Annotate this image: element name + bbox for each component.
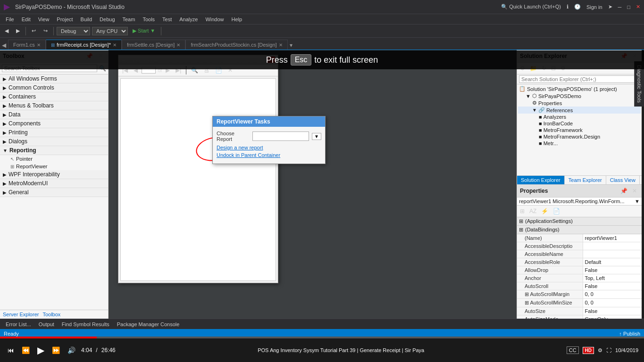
prop-value[interactable]: Default: [583, 258, 642, 266]
props-category-btn[interactable]: ⊞: [518, 206, 527, 216]
toolbox-group-menus-toolbars[interactable]: ▶ Menus & Toolbars: [0, 101, 108, 110]
menu-analyze[interactable]: Analyze: [176, 16, 201, 23]
props-property-pages-btn[interactable]: 📄: [551, 206, 562, 216]
props-events-btn[interactable]: ⚡: [539, 206, 550, 216]
server-explorer-link[interactable]: Server Explorer: [3, 312, 39, 317]
menu-window[interactable]: Window: [201, 16, 227, 23]
prop-value[interactable]: Top, Left: [583, 274, 642, 282]
tab-frmreceipt-close[interactable]: ✕: [113, 42, 117, 48]
info-icon[interactable]: ℹ: [567, 4, 569, 10]
debug-mode-select[interactable]: Debug Release: [57, 27, 90, 35]
menu-team[interactable]: Team: [119, 16, 139, 23]
se-solution-item[interactable]: 📋 Solution 'SirPayaPOSDemo' (1 project): [518, 85, 641, 92]
video-forward-btn[interactable]: ⏩: [50, 346, 62, 355]
prop-value[interactable]: False: [583, 282, 642, 290]
menu-view[interactable]: View: [34, 16, 53, 23]
toolbox-group-printing[interactable]: ▶ Printing: [0, 128, 108, 137]
menu-test[interactable]: Test: [159, 16, 176, 23]
se-ironbarcode-item[interactable]: ■ IronBarCode: [518, 120, 641, 127]
forward-icon[interactable]: ➤: [608, 4, 612, 10]
se-metroframework-item[interactable]: ■ MetroFramework: [518, 127, 641, 133]
se-metroframework-design-item[interactable]: ■ MetroFramework.Design: [518, 133, 641, 140]
menu-edit[interactable]: Edit: [18, 16, 34, 23]
video-progress-container[interactable]: [0, 337, 644, 338]
bottom-tab-output[interactable]: Output: [35, 321, 58, 328]
toolbox-group-general[interactable]: ▶ General: [0, 188, 108, 197]
menu-build[interactable]: Build: [77, 16, 96, 23]
publish-btn[interactable]: ↑ Publish: [619, 331, 640, 337]
menu-file[interactable]: File: [2, 16, 18, 23]
toolbar-redo-btn[interactable]: ↪: [41, 27, 50, 35]
choose-report-browse-btn[interactable]: ▼: [312, 133, 321, 140]
choose-report-input[interactable]: [252, 132, 309, 141]
toolbox-group-metro[interactable]: ▶ MetroModernUI: [0, 179, 108, 188]
minimize-btn[interactable]: ─: [618, 4, 622, 10]
toolbox-link[interactable]: Toolbox: [42, 312, 60, 317]
bottom-tab-packagemanager[interactable]: Package Manager Console: [113, 321, 184, 328]
settings-btn[interactable]: ⚙: [598, 347, 602, 354]
se-project-item[interactable]: ▼ ⬡ SirPayaPOSDemo: [518, 92, 641, 99]
toolbox-group-wpf[interactable]: ▶ WPF Interoperability: [0, 170, 108, 179]
maximize-btn[interactable]: □: [627, 4, 630, 10]
prop-value[interactable]: GrowOnly: [583, 315, 642, 319]
clock-icon[interactable]: 🕐: [574, 4, 581, 10]
se-analyzers-item[interactable]: ■ Analyzers: [518, 114, 641, 120]
tab-frmsearch[interactable]: frmSearchProductStockin.cs [Design] ✕: [185, 40, 287, 49]
menu-project[interactable]: Project: [53, 16, 76, 23]
prop-value[interactable]: 0, 0: [583, 299, 642, 307]
se-more-item[interactable]: ■ Metr...: [518, 140, 641, 147]
tab-frmsettle[interactable]: frmSettle.cs [Design] ✕: [122, 40, 185, 49]
toolbar-undo-btn[interactable]: ↩: [29, 27, 39, 35]
prop-value[interactable]: [583, 250, 642, 258]
toolbox-item-pointer[interactable]: ↖ Pointer: [0, 155, 108, 163]
toolbox-group-reporting[interactable]: ▼ Reporting: [0, 146, 108, 155]
prop-value[interactable]: [583, 242, 642, 250]
menu-help[interactable]: Help: [228, 16, 246, 23]
se-references-item[interactable]: ▼ 🔗 References: [518, 107, 641, 114]
toolbox-group-common-controls[interactable]: ▶ Common Controls: [0, 83, 108, 92]
props-group-appsettings[interactable]: ⊞ (ApplicationSettings): [517, 217, 642, 226]
prop-value[interactable]: False: [583, 307, 642, 315]
tab-scroll-left[interactable]: ◀: [0, 41, 8, 49]
props-object-selector[interactable]: reportViewer1 Microsoft.Reporting.WinFor…: [517, 197, 642, 206]
prop-name-value[interactable]: reportViewer1: [583, 234, 642, 242]
props-group-databindings[interactable]: ⊞ (DataBindings): [517, 226, 642, 234]
toolbox-group-dialogs[interactable]: ▶ Dialogs: [0, 137, 108, 146]
close-btn[interactable]: ✕: [636, 4, 640, 10]
prop-value[interactable]: 0, 0: [583, 290, 642, 298]
toolbar-back-btn[interactable]: ◀: [2, 27, 11, 35]
fullscreen-btn[interactable]: ⛶: [606, 347, 611, 353]
start-button[interactable]: ▶ Start ▼: [130, 27, 158, 35]
toolbox-group-components[interactable]: ▶ Components: [0, 119, 108, 128]
props-pin-btn[interactable]: 📌: [619, 186, 629, 196]
toolbox-item-reportviewer[interactable]: ⊞ ReportViewer: [0, 163, 108, 170]
tab-form1-close[interactable]: ✕: [37, 42, 41, 48]
tab-frmreceipt[interactable]: ⊞ frmReceipt.cs [Design]* ✕: [46, 40, 122, 49]
se-properties-item[interactable]: ⚙ Properties: [518, 99, 641, 107]
video-volume-btn[interactable]: 🔊: [66, 346, 77, 355]
video-play-btn[interactable]: ▶: [35, 344, 46, 357]
props-alpha-btn[interactable]: AZ: [527, 206, 538, 216]
toolbox-group-all-windows-forms[interactable]: ▶ All Windows Forms: [0, 74, 108, 83]
bottom-tab-findsymbol[interactable]: Find Symbol Results: [58, 321, 113, 328]
prop-value[interactable]: False: [583, 266, 642, 274]
se-search-input[interactable]: [519, 75, 640, 83]
tab-frmsettle-close[interactable]: ✕: [176, 42, 180, 48]
video-prev-btn[interactable]: ⏮: [6, 346, 16, 355]
se-tab-solution-explorer[interactable]: Solution Explorer: [517, 176, 565, 184]
cc-btn[interactable]: CC: [567, 346, 579, 354]
props-close-btn[interactable]: ✕: [630, 186, 639, 196]
menu-tools[interactable]: Tools: [139, 16, 159, 23]
toolbox-group-data[interactable]: ▶ Data: [0, 110, 108, 119]
bottom-tab-errorlist[interactable]: Error List...: [2, 321, 35, 328]
menu-debug[interactable]: Debug: [96, 16, 118, 23]
tab-form1[interactable]: Form1.cs ✕: [8, 40, 46, 49]
tab-scroll-down[interactable]: ▾: [288, 41, 294, 49]
tab-frmsearch-close[interactable]: ✕: [279, 42, 283, 48]
undock-link[interactable]: Undock in Parent Container: [217, 152, 321, 158]
platform-select[interactable]: Any CPU x86 x64: [92, 27, 128, 35]
sign-in-btn[interactable]: Sign in: [586, 4, 602, 10]
se-tab-team-explorer[interactable]: Team Explorer: [565, 176, 606, 184]
se-tab-class-view[interactable]: Class View: [606, 176, 640, 184]
toolbox-group-containers[interactable]: ▶ Containers: [0, 92, 108, 101]
